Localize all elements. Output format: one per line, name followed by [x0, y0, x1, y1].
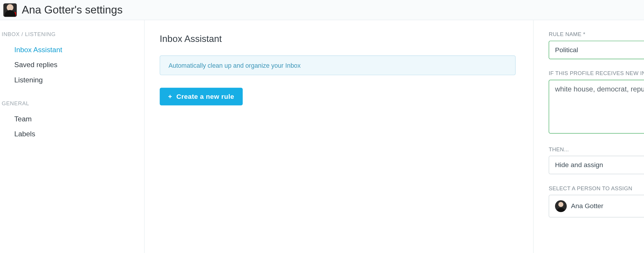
plus-icon: + [168, 93, 172, 100]
words-label: IF THIS PROFILE RECEIVES NEW INBOX ITEMS… [549, 70, 644, 76]
then-group: THEN... Hide and assign [549, 146, 644, 174]
sidebar-item-saved-replies[interactable]: Saved replies [0, 57, 144, 73]
sidebar-heading-inbox: INBOX / LISTENING [0, 31, 144, 43]
assignee-avatar [555, 200, 567, 212]
then-select[interactable]: Hide and assign [549, 156, 644, 174]
assign-selected-value: Ana Gotter [571, 202, 603, 210]
rule-name-input[interactable] [549, 41, 644, 59]
panel-title: Inbox Assistant [160, 34, 516, 45]
rule-name-label: RULE NAME * [549, 31, 644, 37]
assign-select[interactable]: Ana Gotter [549, 195, 644, 217]
rule-form-panel: RULE NAME * IF THIS PROFILE RECEIVES NEW… [534, 20, 644, 253]
youtube-badge-icon [11, 12, 16, 16]
sidebar-heading-general: GENERAL [0, 100, 144, 112]
sidebar-item-label: Labels [14, 130, 35, 138]
then-label: THEN... [549, 146, 644, 152]
page-title: Ana Gotter's settings [22, 3, 122, 16]
rule-name-group: RULE NAME * [549, 31, 644, 59]
sidebar-item-label: Team [14, 115, 32, 123]
words-textarea-wrap [549, 80, 644, 135]
sidebar-item-inbox-assistant[interactable]: Inbox Assistant [0, 43, 144, 58]
assign-label: SELECT A PERSON TO ASSIGN [549, 185, 644, 191]
header-left: Ana Gotter's settings [3, 3, 122, 17]
body: INBOX / LISTENING Inbox Assistant Saved … [0, 20, 644, 253]
rule-name-input-wrap [549, 41, 644, 59]
create-rule-button[interactable]: + Create a new rule [160, 88, 243, 105]
sidebar-section-general: GENERAL Team Labels [0, 100, 144, 142]
main-left-panel: Inbox Assistant Automatically clean up a… [145, 20, 534, 253]
words-group: IF THIS PROFILE RECEIVES NEW INBOX ITEMS… [549, 70, 644, 135]
sidebar-item-label: Inbox Assistant [14, 46, 62, 54]
main: Inbox Assistant Automatically clean up a… [145, 20, 644, 253]
sidebar-item-label: Listening [14, 76, 43, 84]
sidebar-section-inbox: INBOX / LISTENING Inbox Assistant Saved … [0, 31, 144, 88]
profile-avatar [3, 3, 17, 17]
info-banner: Automatically clean up and organize your… [160, 55, 516, 75]
sidebar-item-labels[interactable]: Labels [0, 127, 144, 142]
assign-group: SELECT A PERSON TO ASSIGN Ana Gotter [549, 185, 644, 218]
words-textarea[interactable] [549, 80, 644, 133]
sidebar-item-label: Saved replies [14, 61, 58, 69]
then-selected-value: Hide and assign [555, 161, 603, 169]
sidebar-item-team[interactable]: Team [0, 112, 144, 127]
sidebar: INBOX / LISTENING Inbox Assistant Saved … [0, 20, 145, 253]
create-rule-label: Create a new rule [176, 93, 234, 100]
settings-header: Ana Gotter's settings [0, 0, 644, 20]
sidebar-item-listening[interactable]: Listening [0, 73, 144, 88]
